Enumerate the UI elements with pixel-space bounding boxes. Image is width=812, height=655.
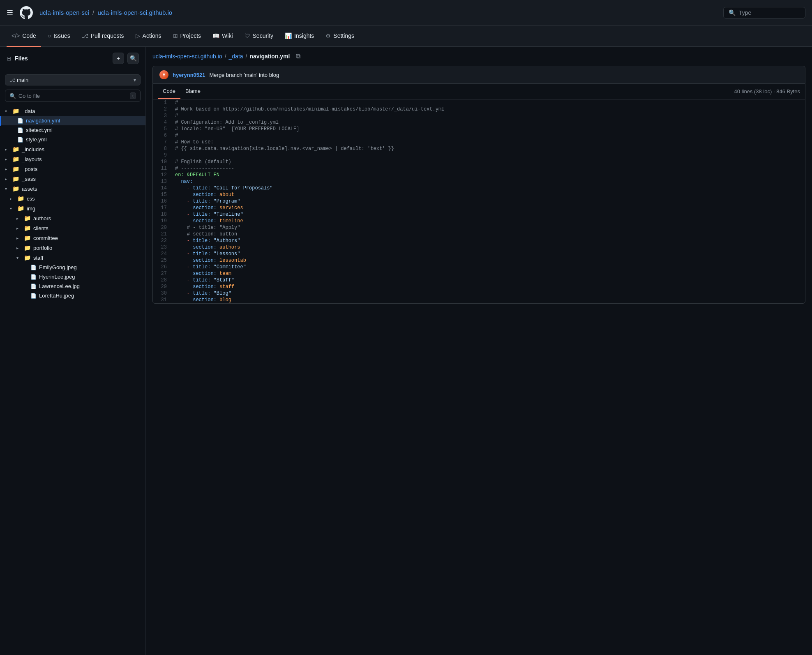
repo-owner-link[interactable]: ucla-imls-open-sci (39, 9, 89, 16)
line-code: - title: "Lessons" (173, 251, 805, 257)
tree-item-committee-folder[interactable]: ▸ 📁 committee (0, 233, 145, 243)
repo-nav: </> Code ○ Issues ⎇ Pull requests ▷ Acti… (0, 25, 812, 47)
tree-item-sass-folder[interactable]: ▸ 📁 _sass (0, 174, 145, 184)
breadcrumb-folder-link[interactable]: _data (229, 53, 243, 60)
table-row: 1 # (153, 99, 805, 106)
file-name-style-yml: style.yml (26, 136, 47, 143)
tab-projects-label: Projects (180, 32, 201, 39)
folder-icon: 📁 (12, 146, 19, 152)
tab-pull-requests[interactable]: ⎇ Pull requests (77, 25, 129, 47)
tab-wiki-label: Wiki (222, 32, 233, 39)
folder-name-layouts: _layouts (22, 156, 42, 162)
tab-insights[interactable]: 📊 Insights (280, 25, 319, 47)
tree-item-portfolio-folder[interactable]: ▸ 📁 portfolio (0, 243, 145, 253)
hamburger-icon[interactable]: ☰ (7, 8, 13, 17)
tree-item-staff-folder[interactable]: ▾ 📁 staff (0, 253, 145, 263)
file-sidebar: ⊟ Files + 🔍 ⎇ main ▾ 🔍 t ▾ 📁 _data (0, 47, 146, 655)
repo-path: ucla-imls-open-sci / ucla-imls-open-sci.… (39, 9, 172, 16)
folder-name-assets: assets (22, 186, 37, 192)
table-row: 31 section: blog (153, 297, 805, 303)
sidebar-actions: + 🔍 (113, 53, 139, 64)
tab-security[interactable]: 🛡 Security (240, 25, 279, 47)
folder-icon: 📁 (24, 215, 31, 221)
tree-item-hyerin-file[interactable]: 📄 HyerinLee.jpeg (0, 272, 145, 281)
tab-insights-label: Insights (294, 32, 314, 39)
line-number: 7 (153, 139, 173, 145)
tab-code[interactable]: </> Code (7, 25, 41, 47)
global-search[interactable]: 🔍 Type (723, 7, 805, 18)
folder-name-staff: staff (33, 255, 43, 261)
main-layout: ⊟ Files + 🔍 ⎇ main ▾ 🔍 t ▾ 📁 _data (0, 47, 812, 655)
tab-code-view[interactable]: Code (158, 84, 180, 99)
repo-name-link[interactable]: ucla-imls-open-sci.github.io (97, 9, 172, 16)
tree-item-navigation-yml[interactable]: 📄 navigation.yml (0, 116, 145, 125)
tree-item-authors-folder[interactable]: ▸ 📁 authors (0, 213, 145, 223)
line-code (173, 152, 805, 159)
tab-projects[interactable]: ⊞ Projects (168, 25, 206, 47)
branch-selector[interactable]: ⎇ main ▾ (5, 74, 141, 85)
file-name-navigation-yml: navigation.yml (26, 118, 60, 124)
line-code: # {{ site.data.navigation[site.locale].n… (173, 145, 805, 152)
line-code: # Configuration: Add to _config.yml (173, 119, 805, 126)
file-search-box[interactable]: 🔍 t (5, 90, 141, 102)
sidebar-panel-icon: ⊟ (7, 55, 12, 62)
line-code: # (173, 132, 805, 139)
tree-item-sitetext-yml[interactable]: 📄 sitetext.yml (0, 125, 145, 135)
tree-item-lawrence-file[interactable]: 📄 LawrenceLee.jpg (0, 281, 145, 291)
line-code: section: authors (173, 244, 805, 251)
line-code: - title: "Committee" (173, 264, 805, 270)
tab-blame-view[interactable]: Blame (180, 84, 205, 99)
add-file-button[interactable]: + (113, 53, 124, 64)
copy-path-button[interactable]: ⧉ (296, 53, 300, 60)
line-number: 24 (153, 251, 173, 257)
line-number: 21 (153, 231, 173, 238)
actions-nav-icon: ▷ (136, 32, 140, 39)
tab-issues[interactable]: ○ Issues (43, 25, 75, 47)
tree-item-loretta-file[interactable]: 📄 LorettaHu.jpeg (0, 291, 145, 300)
tree-item-img-folder[interactable]: ▾ 📁 img (0, 203, 145, 213)
file-icon: 📄 (17, 137, 23, 143)
table-row: 21 # section: button (153, 231, 805, 238)
tree-item-style-yml[interactable]: 📄 style.yml (0, 135, 145, 144)
tree-item-layouts-folder[interactable]: ▸ 📁 _layouts (0, 154, 145, 164)
tree-item-emily-file[interactable]: 📄 EmilyGong.jpeg (0, 263, 145, 272)
table-row: 11 # ------------------ (153, 165, 805, 172)
branch-icon: ⎇ (9, 77, 15, 83)
line-number: 1 (153, 99, 173, 106)
tree-item-posts-folder[interactable]: ▸ 📁 _posts (0, 164, 145, 174)
security-nav-icon: 🛡 (245, 32, 250, 39)
tab-actions[interactable]: ▷ Actions (131, 25, 166, 47)
line-code: en: &DEFAULT_EN (173, 172, 805, 178)
settings-nav-icon: ⚙ (325, 32, 331, 39)
chevron-right-icon: ▸ (16, 236, 21, 240)
line-number: 25 (153, 257, 173, 264)
breadcrumb-repo-link[interactable]: ucla-imls-open-sci.github.io (152, 53, 222, 60)
file-search-input[interactable] (18, 93, 127, 99)
tree-item-includes-folder[interactable]: ▸ 📁 _includes (0, 144, 145, 154)
tree-item-assets-folder[interactable]: ▾ 📁 assets (0, 184, 145, 194)
tree-item-css-folder[interactable]: ▸ 📁 css (0, 194, 145, 203)
commit-author[interactable]: hyerynn0521 (173, 72, 205, 78)
search-icon: 🔍 (729, 9, 736, 16)
file-name-sitetext-yml: sitetext.yml (26, 127, 53, 133)
chevron-right-icon: ▸ (5, 157, 10, 161)
tab-wiki[interactable]: 📖 Wiki (208, 25, 238, 47)
line-number: 28 (153, 277, 173, 284)
search-file-button[interactable]: 🔍 (127, 53, 139, 64)
table-row: 8 # {{ site.data.navigation[site.locale]… (153, 145, 805, 152)
folder-name-portfolio: portfolio (33, 245, 52, 251)
search-shortcut-badge: t (130, 92, 136, 99)
tab-settings[interactable]: ⚙ Settings (321, 25, 359, 47)
line-code: # - title: "Apply" (173, 224, 805, 231)
folder-name-img: img (27, 205, 35, 212)
tree-item-clients-folder[interactable]: ▸ 📁 clients (0, 223, 145, 233)
path-separator: / (92, 9, 96, 16)
code-content-wrapper: 1 # 2 # Work based on https://github.com… (152, 99, 805, 304)
line-number: 14 (153, 185, 173, 191)
table-row: 18 - title: "Timeline" (153, 211, 805, 218)
table-row: 17 section: services (153, 205, 805, 211)
tab-code-label: Code (22, 32, 36, 39)
chevron-down-icon: ▾ (5, 187, 10, 191)
table-row: 2 # Work based on https://github.com/mmi… (153, 106, 805, 113)
tree-item-data-folder[interactable]: ▾ 📁 _data (0, 106, 145, 116)
